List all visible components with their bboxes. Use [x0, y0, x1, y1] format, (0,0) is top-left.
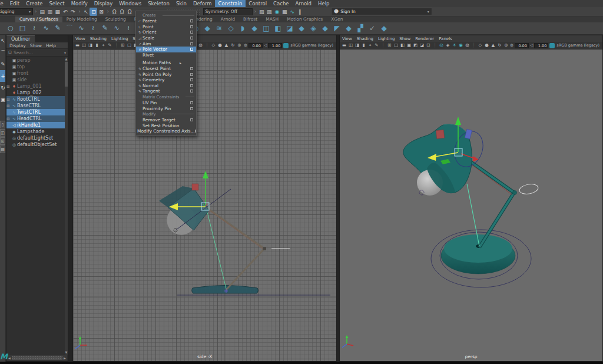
outliner-horizontal-scrollbar[interactable]: ◀ ▶: [7, 355, 67, 360]
lasso-tool-icon[interactable]: ⌒: [0, 47, 6, 58]
outliner-row[interactable]: ∿ TwistCTRL: [6, 109, 65, 115]
option-box[interactable]: [190, 37, 193, 39]
open-scene-icon[interactable]: ▥: [46, 8, 54, 16]
intersect-icon[interactable]: ▞: [354, 22, 366, 34]
film-gate-icon[interactable]: ▢: [126, 42, 132, 48]
option-box[interactable]: [190, 31, 193, 34]
resolution-gate-icon[interactable]: ◧: [399, 42, 406, 48]
curve-icon[interactable]: ≀: [122, 22, 134, 34]
select-camera-icon[interactable]: ▬: [74, 42, 81, 48]
motion-blur-icon[interactable]: ◇: [210, 42, 217, 48]
revolve-icon[interactable]: ◗: [237, 22, 249, 34]
constrain-menu-item[interactable]: ⌐ Parent: [136, 18, 196, 24]
manipulator-y-axis[interactable]: [455, 117, 461, 125]
option-box[interactable]: [190, 67, 193, 70]
camera-attributes-icon[interactable]: ◨: [87, 42, 94, 48]
viewport-menu-item[interactable]: Lighting: [378, 37, 395, 41]
menubar-item[interactable]: Create: [23, 0, 46, 7]
option-box[interactable]: [156, 14, 159, 17]
project-curve-icon[interactable]: ✓: [366, 22, 378, 34]
curve-icon[interactable]: ≀: [87, 22, 99, 34]
outliner-row[interactable]: ◁ ikHandle1: [6, 122, 65, 128]
menubar-item[interactable]: Modify: [68, 0, 91, 7]
shelf-tab[interactable]: Sculpting: [101, 16, 130, 22]
trim-icon[interactable]: ◤: [331, 22, 343, 34]
loft-icon[interactable]: ◆: [249, 22, 260, 34]
undo-icon[interactable]: ↶: [61, 8, 69, 16]
viewport-menu-item[interactable]: Shading: [357, 37, 373, 41]
bevel-icon[interactable]: ◈: [307, 22, 319, 34]
scroll-right-icon[interactable]: ▶: [62, 356, 67, 360]
viewport-canvas-persp[interactable]: [340, 49, 602, 361]
outliner-search[interactable]: ⊡ Search... ▾: [6, 49, 68, 57]
arc-tool-icon[interactable]: ⌒: [64, 22, 75, 34]
option-box[interactable]: [190, 118, 193, 121]
xray-icon[interactable]: ⊕: [236, 42, 243, 48]
constrain-menu-item[interactable]: Create: [136, 12, 196, 18]
surface-fillet-icon[interactable]: ◆: [378, 22, 390, 34]
toolbar-separator[interactable]: ┊: [380, 42, 386, 48]
toolbar-separator[interactable]: ┊: [113, 42, 120, 48]
select-camera-icon[interactable]: ▬: [341, 42, 347, 48]
menubar-item[interactable]: Arnold: [292, 0, 315, 7]
untrim-icon[interactable]: ◆: [343, 22, 354, 34]
expander-icon[interactable]: ⊟: [6, 117, 11, 121]
select-by-component-icon[interactable]: ⊠: [97, 8, 105, 16]
option-box[interactable]: [190, 54, 193, 57]
outliner-row[interactable]: ◎ defaultLightSet: [6, 135, 65, 141]
layout-single-icon[interactable]: ▯: [0, 121, 5, 128]
outliner-row[interactable]: ▣ persp: [6, 57, 65, 64]
lamp-base[interactable]: [192, 286, 259, 294]
animation-prefs-icon[interactable]: ∿: [289, 8, 296, 16]
outliner-row[interactable]: ▣ side: [6, 77, 65, 83]
constrain-menu-item[interactable]: ↗ Aim: [136, 41, 196, 47]
gamma-field[interactable]: 1.00: [534, 43, 548, 48]
sign-in-button[interactable]: ☻ Sign In ▾: [331, 8, 432, 15]
bookmark-icon[interactable]: ▮: [94, 42, 100, 48]
render-current-frame-icon[interactable]: ◉: [273, 8, 281, 16]
selection-handle[interactable]: [192, 184, 198, 190]
selection-handle[interactable]: [436, 130, 444, 138]
gear-icon[interactable]: ⊕: [510, 43, 513, 48]
gamma-icon[interactable]: ◁: [530, 43, 533, 48]
extrude-icon[interactable]: ◧: [272, 22, 284, 34]
outliner-row[interactable]: ♦ Lamp_002: [6, 90, 65, 96]
nurbs-cube-icon[interactable]: ◆: [201, 22, 213, 34]
scroll-up-icon[interactable]: ▲: [65, 57, 68, 61]
layout-four-pane-icon[interactable]: ⊞: [0, 137, 5, 145]
constrain-menu-item[interactable]: Set Rest Position: [136, 123, 196, 129]
move-tool-icon[interactable]: +: [0, 70, 6, 82]
multisample-aa-icon[interactable]: ●: [483, 42, 490, 48]
scale-tool-icon[interactable]: ▣: [0, 94, 6, 105]
view-transform-selector[interactable]: sRGB gamma (legacy): [290, 43, 333, 48]
gamma-icon[interactable]: ◁: [264, 43, 267, 48]
outliner-row[interactable]: ▣ top: [6, 64, 65, 70]
menubar-item[interactable]: Skeleton: [145, 0, 173, 7]
curve-icon[interactable]: ∿: [111, 22, 122, 34]
option-box[interactable]: [179, 95, 182, 98]
outliner-row[interactable]: ⊟ ∿ RootCTRL: [6, 96, 65, 102]
nurbs-plane-icon[interactable]: ≋: [213, 22, 225, 34]
snap-to-grid-icon[interactable]: Ω: [111, 8, 118, 16]
constrain-menu-item[interactable]: Remove Target: [136, 117, 196, 123]
expander-icon[interactable]: ⊟: [6, 97, 11, 102]
construction-history-icon[interactable]: ▧: [258, 8, 266, 16]
toolbar-separator[interactable]: ┊: [432, 42, 438, 48]
shadows-toggle-icon[interactable]: ◉: [458, 42, 464, 48]
manipulator-center[interactable]: [201, 203, 209, 210]
option-box[interactable]: [190, 61, 193, 64]
render-settings-icon[interactable]: ▨: [266, 8, 273, 16]
option-box[interactable]: [190, 124, 193, 127]
select-by-object-icon[interactable]: ⊡: [90, 8, 97, 16]
multisample-aa-icon[interactable]: ●: [217, 42, 223, 48]
search-input[interactable]: Search...: [14, 50, 64, 55]
constrain-menu-item[interactable]: Modify: [136, 111, 196, 117]
camera-attributes-icon[interactable]: ◨: [354, 42, 360, 48]
menubar-item[interactable]: Help: [315, 0, 333, 7]
constrain-menu-item[interactable]: Rivet: [136, 52, 196, 58]
shelf-tab[interactable]: Motion Graphics: [283, 16, 327, 22]
viewport-menu-item[interactable]: Renderer: [415, 37, 434, 41]
constrain-menu-item[interactable]: Motion Paths ▸: [136, 60, 196, 66]
outliner-menu-item[interactable]: Show: [30, 43, 42, 48]
new-scene-icon[interactable]: ▤: [38, 8, 46, 16]
